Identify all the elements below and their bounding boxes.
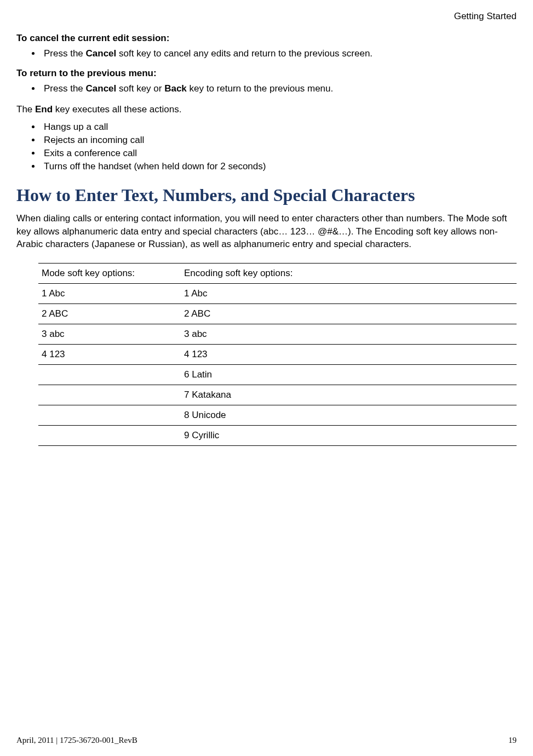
text: The xyxy=(16,104,35,114)
table-cell: 1 Abc xyxy=(181,284,329,303)
table-cell: 3 abc xyxy=(181,324,329,344)
table-cell: 7 Katakana xyxy=(181,385,329,405)
section-heading: How to Enter Text, Numbers, and Special … xyxy=(16,185,517,205)
options-table: Mode soft key options: Encoding soft key… xyxy=(38,263,517,446)
table-row: 4 123 4 123 xyxy=(38,345,517,365)
cancel-session-heading: To cancel the current edit session: xyxy=(16,33,517,44)
key-name: Back xyxy=(164,83,187,94)
table-header-row: Mode soft key options: Encoding soft key… xyxy=(38,263,517,284)
list-item: Rejects an incoming call xyxy=(41,135,517,146)
table-row: 8 Unicode xyxy=(38,405,517,426)
table-cell: 2 ABC xyxy=(38,304,181,324)
list-item: Exits a conference call xyxy=(41,148,517,159)
page-header-section: Getting Started xyxy=(16,11,517,22)
footer-left: April, 2011 | 1725-36720-001_RevB xyxy=(16,736,137,745)
return-menu-heading: To return to the previous menu: xyxy=(16,68,517,79)
key-name: Cancel xyxy=(86,48,117,59)
table-cell: 9 Cyrillic xyxy=(181,426,329,445)
text: soft key to cancel any edits and return … xyxy=(116,48,372,59)
return-menu-list: Press the Cancel soft key or Back key to… xyxy=(16,83,517,94)
table-row: 1 Abc 1 Abc xyxy=(38,284,517,304)
text: key to return to the previous menu. xyxy=(187,83,333,94)
table-header-encoding: Encoding soft key options: xyxy=(181,264,329,283)
table-cell xyxy=(38,385,181,405)
text: Press the xyxy=(44,48,86,59)
table-row: 3 abc 3 abc xyxy=(38,324,517,345)
table-cell: 6 Latin xyxy=(181,365,329,385)
section-paragraph: When dialing calls or entering contact i… xyxy=(16,212,517,251)
end-key-intro: The End key executes all these actions. xyxy=(16,103,517,116)
key-name: Cancel xyxy=(86,83,117,94)
list-item: Press the Cancel soft key or Back key to… xyxy=(41,83,517,94)
table-row: 6 Latin xyxy=(38,365,517,385)
table-row: 7 Katakana xyxy=(38,385,517,405)
table-cell xyxy=(38,426,181,445)
key-name: End xyxy=(35,104,53,114)
table-row: 9 Cyrillic xyxy=(38,426,517,446)
table-cell: 4 123 xyxy=(38,345,181,364)
table-cell xyxy=(38,405,181,425)
list-item: Hangs up a call xyxy=(41,122,517,133)
table-cell: 3 abc xyxy=(38,324,181,344)
text: soft key or xyxy=(116,83,164,94)
table-row: 2 ABC 2 ABC xyxy=(38,304,517,324)
table-cell: 4 123 xyxy=(181,345,329,364)
page-footer: April, 2011 | 1725-36720-001_RevB 19 xyxy=(16,736,517,745)
table-cell: 1 Abc xyxy=(38,284,181,303)
end-key-list: Hangs up a call Rejects an incoming call… xyxy=(16,122,517,172)
text: key executes all these actions. xyxy=(53,104,181,114)
table-cell xyxy=(38,365,181,385)
table-cell: 8 Unicode xyxy=(181,405,329,425)
footer-page-number: 19 xyxy=(508,736,517,745)
list-item: Press the Cancel soft key to cancel any … xyxy=(41,48,517,59)
list-item: Turns off the handset (when held down fo… xyxy=(41,161,517,172)
cancel-session-list: Press the Cancel soft key to cancel any … xyxy=(16,48,517,59)
table-header-mode: Mode soft key options: xyxy=(38,264,181,283)
table-cell: 2 ABC xyxy=(181,304,329,324)
text: Press the xyxy=(44,83,86,94)
